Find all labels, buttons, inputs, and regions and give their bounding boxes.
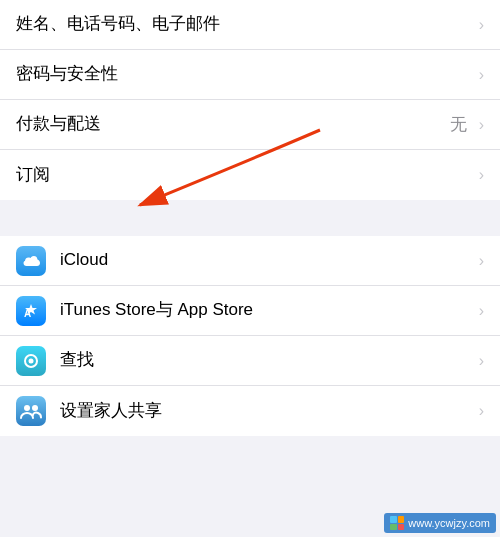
settings-item-label: 订阅 bbox=[16, 164, 475, 186]
settings-item-icloud[interactable]: iCloud › bbox=[0, 236, 500, 286]
svg-point-3 bbox=[24, 405, 30, 411]
find-icon bbox=[16, 346, 46, 376]
chevron-icon: › bbox=[479, 302, 484, 320]
settings-item-label: 姓名、电话号码、电子邮件 bbox=[16, 13, 475, 35]
settings-item-label: 密码与安全性 bbox=[16, 63, 475, 85]
family-sharing-icon bbox=[16, 396, 46, 426]
chevron-icon: › bbox=[479, 16, 484, 34]
watermark-text: www.ycwjzy.com bbox=[408, 517, 490, 529]
settings-item-password-security[interactable]: 密码与安全性 › bbox=[0, 50, 500, 100]
settings-item-family-sharing[interactable]: 设置家人共享 › bbox=[0, 386, 500, 436]
settings-item-payment-delivery[interactable]: 付款与配送 无 › bbox=[0, 100, 500, 150]
settings-item-find[interactable]: 查找 › bbox=[0, 336, 500, 386]
settings-item-label: iTunes Store与 App Store bbox=[60, 299, 475, 321]
settings-item-subscriptions[interactable]: 订阅 › bbox=[0, 150, 500, 200]
chevron-icon: › bbox=[479, 352, 484, 370]
watermark: www.ycwjzy.com bbox=[384, 513, 496, 533]
bottom-settings-group: iCloud › A iTunes Store与 App Store › 查找 bbox=[0, 236, 500, 436]
settings-item-label: 设置家人共享 bbox=[60, 400, 475, 422]
watermark-logo bbox=[390, 516, 404, 530]
svg-text:A: A bbox=[24, 308, 31, 319]
chevron-icon: › bbox=[479, 116, 484, 134]
appstore-icon: A bbox=[16, 296, 46, 326]
chevron-icon: › bbox=[479, 66, 484, 84]
settings-item-label: 付款与配送 bbox=[16, 113, 450, 135]
settings-item-name-phone-email[interactable]: 姓名、电话号码、电子邮件 › bbox=[0, 0, 500, 50]
settings-item-label: iCloud bbox=[60, 249, 475, 271]
chevron-icon: › bbox=[479, 252, 484, 270]
chevron-icon: › bbox=[479, 166, 484, 184]
svg-point-4 bbox=[32, 405, 38, 411]
chevron-icon: › bbox=[479, 402, 484, 420]
settings-item-itunes-appstore[interactable]: A iTunes Store与 App Store › bbox=[0, 286, 500, 336]
settings-item-label: 查找 bbox=[60, 349, 475, 371]
settings-item-value: 无 bbox=[450, 113, 467, 136]
icloud-icon bbox=[16, 246, 46, 276]
top-settings-group: 姓名、电话号码、电子邮件 › 密码与安全性 › 付款与配送 无 › 订阅 › bbox=[0, 0, 500, 200]
svg-point-2 bbox=[29, 358, 34, 363]
section-divider bbox=[0, 200, 500, 236]
